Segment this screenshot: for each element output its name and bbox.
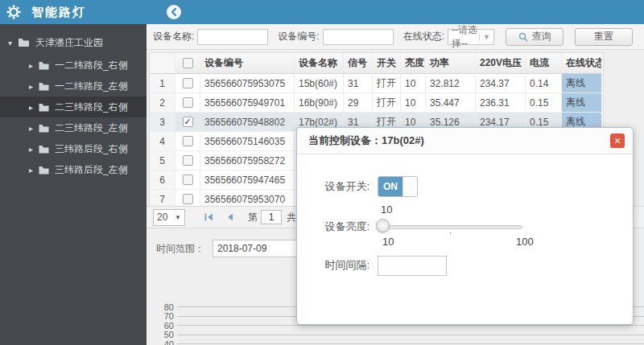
select-all-checkbox[interactable] [175,53,200,74]
table-cell: 234.37 [476,74,526,93]
sidebar-item-label: 三纬路后段_左侧 [55,163,128,177]
header-current[interactable]: 电流 [526,53,562,74]
gear-icon [6,5,21,19]
table-cell: 离线 [562,74,602,93]
device-no-input[interactable] [323,29,394,45]
table-row[interactable]: 235656607594970116b(90#)29打开1035.447236.… [150,93,602,113]
header-device-no[interactable]: 设备编号 [200,53,295,74]
brightness-label: 设备亮度: [297,220,378,234]
header-device-name[interactable]: 设备名称 [295,53,344,74]
caret-right-icon[interactable]: ▸ [29,61,39,70]
sidebar-item-3[interactable]: ▸二三纬路段_左侧 [0,117,147,138]
dialog-header[interactable]: 当前控制设备：17b(02#) ✕ [297,128,633,154]
page-number-input[interactable] [261,210,282,224]
chevron-down-icon: ▼ [479,33,490,41]
gridline [177,325,644,326]
table-cell: 0.14 [526,74,562,93]
table-cell: 16b(90#) [295,93,344,113]
row-checkbox[interactable] [175,170,200,190]
page-size-value: 20 [157,212,167,223]
table-cell: 356566075948802 [200,113,295,132]
y-axis-tick-label: 40 [147,339,177,345]
search-icon [518,32,528,42]
table-cell: 0.15 [526,93,562,113]
table-cell: 356566075953075 [200,74,295,93]
reset-button-label: 重置 [594,30,613,43]
row-checkbox[interactable] [175,151,200,170]
sidebar-item-5[interactable]: ▸三纬路后段_左侧 [0,159,147,180]
header-online-status[interactable]: 在线状态 [562,53,602,74]
row-number: 5 [150,151,175,170]
back-button[interactable] [167,5,181,19]
table-cell: 35.447 [426,93,476,113]
chevron-left-icon [171,8,177,16]
gridline [177,343,644,344]
table-row[interactable]: 135656607595307515b(60#)31打开1032.812234.… [150,74,602,93]
app-title: 智能路灯 [31,5,86,20]
header-switch[interactable]: 开关 [373,53,401,74]
smart-streetlight-app: 智能路灯 ▾ 天津潘庄工业园 ▸一二纬路段_右侧▸一二纬路段_左侧▸二三纬路段_… [0,0,644,345]
folder-icon [39,145,49,154]
sidebar-item-4[interactable]: ▸三纬路后段_右侧 [0,138,147,159]
sidebar-item-label: 一二纬路段_右侧 [55,59,128,72]
table-cell: 236.31 [476,93,526,113]
row-number: 3 [150,113,175,132]
header-signal[interactable]: 信号 [344,53,373,74]
row-checkbox[interactable]: ✓ [175,113,200,132]
row-checkbox[interactable] [175,93,200,113]
switch-label: 设备开关: [297,179,378,194]
close-icon[interactable]: ✕ [610,133,625,148]
device-tree-children: ▸一二纬路段_右侧▸一二纬路段_左侧▸二三纬路段_右侧▸二三纬路段_左侧▸三纬路… [0,55,147,180]
sidebar-item-0[interactable]: ▸一二纬路段_右侧 [0,55,147,76]
online-status-select[interactable]: --请选择-- ▼ [448,29,494,45]
brightness-slider[interactable] [378,219,522,235]
device-name-input[interactable] [197,29,268,45]
caret-right-icon[interactable]: ▸ [29,145,39,154]
sidebar-root-label: 天津潘庄工业园 [35,36,103,50]
online-status-label: 在线状态: [403,30,444,43]
device-no-label: 设备编号: [278,30,319,43]
interval-input[interactable] [378,256,447,276]
header-brightness[interactable]: 亮度 [401,53,426,74]
page-size-select[interactable]: 20 ▼ [153,209,185,226]
caret-right-icon[interactable]: ▸ [29,166,39,175]
slider-track[interactable] [378,225,522,229]
toggle-knob[interactable] [402,177,417,196]
slider-tick [450,232,451,235]
sidebar-item-label: 一二纬路段_左侧 [55,80,128,93]
online-status-value: --请选择-- [452,23,479,51]
prev-page-button[interactable] [221,213,238,221]
header-voltage[interactable]: 220V电压 [476,53,526,74]
sidebar-item-label: 二三纬路段_左侧 [55,121,128,135]
device-switch-toggle[interactable]: ON [378,176,418,197]
row-checkbox[interactable] [175,132,200,151]
table-cell: 356566075949701 [200,93,295,113]
table-header-row: 设备编号 设备名称 信号 开关 亮度 功率 220V电压 电流 在线状态 [150,53,602,74]
slider-handle[interactable] [376,219,390,232]
sidebar: ▾ 天津潘庄工业园 ▸一二纬路段_右侧▸一二纬路段_左侧▸二三纬路段_右侧▸二三… [0,24,147,345]
y-axis-tick-label: 70 [147,311,177,321]
sidebar-item-root[interactable]: ▾ 天津潘庄工业园 [0,31,147,55]
caret-right-icon[interactable]: ▸ [29,103,39,112]
table-cell: 32.812 [426,74,476,93]
query-button[interactable]: 查询 [506,28,564,46]
switch-row: 设备开关: ON [297,176,418,197]
brightness-max-label: 100 [516,236,534,248]
first-page-button[interactable] [200,213,217,221]
row-number: 1 [150,74,175,93]
chevron-down-icon: ▼ [175,214,181,221]
row-number: 2 [150,93,175,113]
caret-right-icon[interactable]: ▸ [29,124,39,133]
toggle-on-label: ON [378,177,402,196]
sidebar-item-2[interactable]: ▸二三纬路段_右侧 [0,97,147,117]
row-checkbox[interactable] [175,74,200,93]
caret-right-icon[interactable]: ▸ [29,82,39,91]
reset-button[interactable]: 重置 [575,28,633,46]
table-cell: 29 [344,93,373,113]
folder-icon [39,61,49,70]
brightness-min-label: 10 [382,236,394,248]
brand: 智能路灯 [0,0,147,24]
caret-down-icon[interactable]: ▾ [8,39,18,47]
header-power[interactable]: 功率 [426,53,476,74]
sidebar-item-1[interactable]: ▸一二纬路段_左侧 [0,76,147,97]
